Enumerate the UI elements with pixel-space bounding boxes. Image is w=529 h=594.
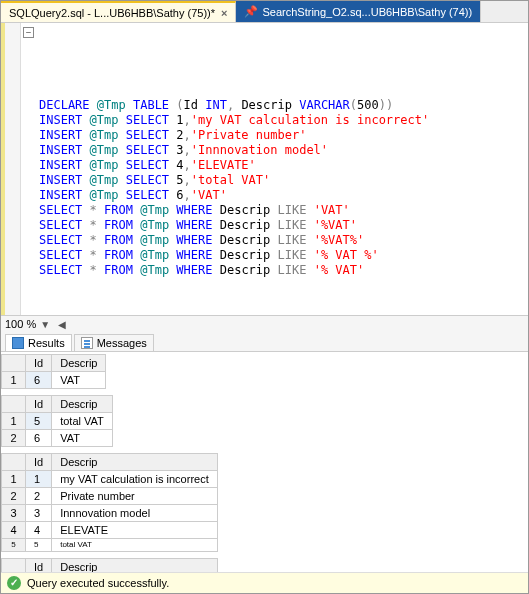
cell-descrip[interactable]: ELEVATE — [52, 522, 218, 539]
grid-icon — [12, 337, 24, 349]
result-grid[interactable]: IdDescrip11my VAT calculation is incorre… — [1, 558, 218, 572]
table-row[interactable]: 22Private number — [2, 488, 218, 505]
messages-icon — [81, 337, 93, 349]
row-header[interactable]: 1 — [2, 471, 26, 488]
row-header[interactable]: 4 — [2, 522, 26, 539]
chevron-left-icon[interactable]: ◀ — [58, 319, 66, 330]
col-descrip[interactable]: Descrip — [52, 355, 106, 372]
tab-label: SQLQuery2.sql - L...UB6HBB\Sathy (75))* — [9, 7, 215, 19]
cell-id[interactable]: 5 — [26, 413, 52, 430]
zoom-value[interactable]: 100 % — [5, 318, 36, 330]
row-header[interactable]: 2 — [2, 488, 26, 505]
cell-descrip[interactable]: my VAT calculation is incorrect — [52, 471, 218, 488]
zoom-bar: 100 % ▼ ◀ — [1, 315, 528, 332]
cell-descrip[interactable]: VAT — [52, 430, 113, 447]
tab-sqlquery2[interactable]: SQLQuery2.sql - L...UB6HBB\Sathy (75))* … — [1, 1, 236, 22]
close-icon[interactable]: × — [221, 7, 227, 19]
cell-descrip[interactable]: total VAT — [52, 539, 218, 552]
code-content: DECLARE @Tmp TABLE (Id INT, Descrip VARC… — [39, 83, 528, 293]
col-id[interactable]: Id — [26, 396, 52, 413]
result-grid[interactable]: IdDescrip16VAT — [1, 354, 106, 389]
col-id[interactable]: Id — [26, 559, 52, 573]
result-tabs: Results Messages — [1, 332, 528, 352]
code-editor[interactable]: − DECLARE @Tmp TABLE (Id INT, Descrip VA… — [1, 23, 528, 315]
table-row[interactable]: 33Innnovation model — [2, 505, 218, 522]
result-grid[interactable]: IdDescrip15total VAT26VAT — [1, 395, 113, 447]
grid-corner — [2, 396, 26, 413]
col-descrip[interactable]: Descrip — [52, 559, 218, 573]
col-descrip[interactable]: Descrip — [52, 454, 218, 471]
cell-id[interactable]: 1 — [26, 471, 52, 488]
table-row[interactable]: 26VAT — [2, 430, 113, 447]
cell-descrip[interactable]: Private number — [52, 488, 218, 505]
row-header[interactable]: 3 — [2, 505, 26, 522]
table-row[interactable]: 11my VAT calculation is incorrect — [2, 471, 218, 488]
tab-results-label: Results — [28, 337, 65, 349]
tab-results[interactable]: Results — [5, 334, 72, 351]
fold-icon[interactable]: − — [23, 27, 34, 38]
cell-descrip[interactable]: VAT — [52, 372, 106, 389]
cell-id[interactable]: 6 — [26, 372, 52, 389]
table-row[interactable]: 44ELEVATE — [2, 522, 218, 539]
results-pane[interactable]: IdDescrip16VATIdDescrip15total VAT26VATI… — [1, 352, 528, 572]
cell-id[interactable]: 6 — [26, 430, 52, 447]
editor-tabs: SQLQuery2.sql - L...UB6HBB\Sathy (75))* … — [1, 1, 528, 23]
status-bar: ✓ Query executed successfully. — [1, 572, 528, 593]
tab-messages[interactable]: Messages — [74, 334, 154, 351]
tab-label: SearchString_O2.sq...UB6HBB\Sathy (74)) — [262, 6, 472, 18]
row-header[interactable]: 2 — [2, 430, 26, 447]
row-header[interactable]: 1 — [2, 413, 26, 430]
table-row[interactable]: 15total VAT — [2, 413, 113, 430]
cell-descrip[interactable]: Innnovation model — [52, 505, 218, 522]
cell-id[interactable]: 4 — [26, 522, 52, 539]
status-text: Query executed successfully. — [27, 577, 169, 589]
col-id[interactable]: Id — [26, 355, 52, 372]
cell-id[interactable]: 2 — [26, 488, 52, 505]
tab-messages-label: Messages — [97, 337, 147, 349]
cell-id[interactable]: 5 — [26, 539, 52, 552]
col-descrip[interactable]: Descrip — [52, 396, 113, 413]
result-grid[interactable]: IdDescrip11my VAT calculation is incorre… — [1, 453, 218, 552]
table-row[interactable]: 55total VAT — [2, 539, 218, 552]
cell-descrip[interactable]: total VAT — [52, 413, 113, 430]
col-id[interactable]: Id — [26, 454, 52, 471]
cell-id[interactable]: 3 — [26, 505, 52, 522]
success-icon: ✓ — [7, 576, 21, 590]
editor-gutter — [5, 23, 21, 315]
grid-corner — [2, 454, 26, 471]
pin-icon: 📌 — [244, 5, 258, 18]
table-row[interactable]: 16VAT — [2, 372, 106, 389]
chevron-down-icon[interactable]: ▼ — [40, 319, 50, 330]
row-header[interactable]: 5 — [2, 539, 26, 552]
grid-corner — [2, 559, 26, 573]
row-header[interactable]: 1 — [2, 372, 26, 389]
grid-corner — [2, 355, 26, 372]
tab-searchstring[interactable]: 📌 SearchString_O2.sq...UB6HBB\Sathy (74)… — [236, 1, 481, 22]
